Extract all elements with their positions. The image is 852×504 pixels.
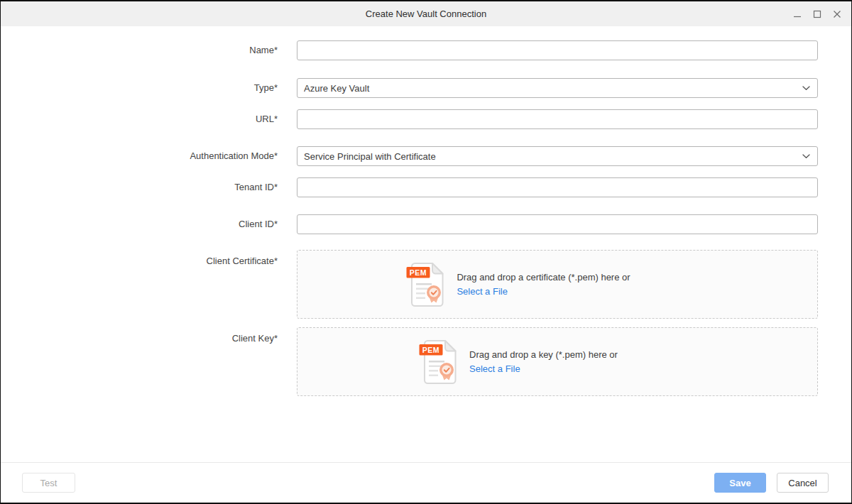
- maximize-icon: [813, 10, 821, 18]
- create-vault-connection-dialog: Create New Vault Connection: [0, 0, 852, 504]
- client-key-dropzone[interactable]: PEM Drag and drop a key (*.pem) here or …: [297, 327, 818, 396]
- pem-badge-text: PEM: [422, 345, 439, 354]
- close-button[interactable]: [827, 4, 847, 24]
- authentication-mode-select[interactable]: Service Principal with Certificate: [297, 146, 818, 166]
- certificate-select-file-link[interactable]: Select a File: [457, 286, 508, 297]
- type-select-wrap: Azure Key Vault: [297, 78, 818, 98]
- authentication-mode-label: Authentication Mode*: [1, 146, 278, 166]
- maximize-button[interactable]: [807, 4, 827, 24]
- client-certificate-label: Client Certificate*: [1, 253, 278, 269]
- pem-badge-text: PEM: [410, 268, 427, 276]
- tenant-id-label: Tenant ID*: [1, 177, 278, 197]
- client-certificate-dropzone[interactable]: PEM Drag and drop a certificate (*.pem) …: [297, 250, 818, 319]
- test-button[interactable]: Test: [22, 473, 75, 493]
- form-row-client-certificate: Client Certificate*: [1, 250, 851, 319]
- pem-key-file-icon: PEM: [419, 339, 457, 385]
- name-label: Name*: [1, 40, 278, 60]
- form-area: Name* Type* Azure Key Vault URL*: [1, 26, 851, 462]
- form-row-client-key: Client Key* PEM: [1, 327, 851, 396]
- type-select[interactable]: Azure Key Vault: [297, 78, 818, 98]
- name-input[interactable]: [297, 40, 818, 60]
- form-row-name: Name*: [1, 40, 851, 60]
- cancel-button[interactable]: Cancel: [777, 473, 829, 493]
- dropzone-text-block: Drag and drop a key (*.pem) here or Sele…: [469, 349, 618, 375]
- url-label: URL*: [1, 109, 278, 129]
- tenant-id-input[interactable]: [297, 177, 818, 197]
- form-row-type: Type* Azure Key Vault: [1, 78, 851, 98]
- certificate-drop-instruction: Drag and drop a certificate (*.pem) here…: [457, 272, 630, 283]
- key-select-file-link[interactable]: Select a File: [469, 363, 520, 374]
- pem-certificate-file-icon: PEM: [406, 262, 444, 307]
- url-input[interactable]: [297, 109, 818, 129]
- authentication-mode-select-wrap: Service Principal with Certificate: [297, 146, 818, 166]
- minimize-icon: [793, 10, 802, 18]
- window-controls: [787, 1, 847, 26]
- form-row-url: URL*: [1, 109, 851, 129]
- form-row-client-id: Client ID*: [1, 214, 851, 234]
- client-id-label: Client ID*: [1, 214, 278, 234]
- window-title: Create New Vault Connection: [366, 9, 486, 19]
- close-icon: [833, 10, 841, 18]
- save-button[interactable]: Save: [714, 473, 766, 493]
- client-key-label: Client Key*: [1, 331, 278, 346]
- title-bar: Create New Vault Connection: [1, 1, 851, 26]
- dropzone-text-block: Drag and drop a certificate (*.pem) here…: [457, 272, 630, 297]
- key-drop-instruction: Drag and drop a key (*.pem) here or: [469, 349, 618, 360]
- form-row-authentication-mode: Authentication Mode* Service Principal w…: [1, 146, 851, 166]
- minimize-button[interactable]: [787, 4, 807, 24]
- client-id-input[interactable]: [297, 214, 818, 234]
- form-row-tenant-id: Tenant ID*: [1, 177, 851, 197]
- type-label: Type*: [1, 78, 278, 98]
- dialog-footer: Test Save Cancel: [1, 462, 851, 503]
- footer-actions: Save Cancel: [714, 473, 829, 493]
